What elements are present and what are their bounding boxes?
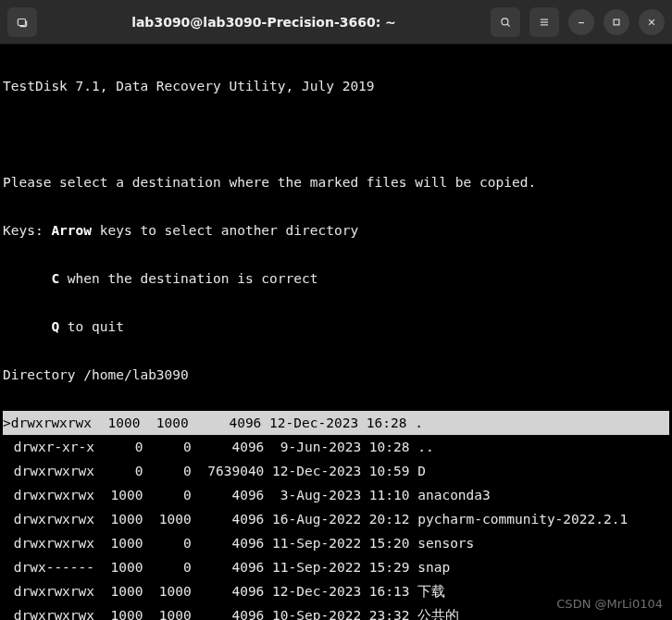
window-title: lab3090@lab3090-Precision-3660: ~ [43,10,485,34]
file-row[interactable]: drwxrwxrwx 0 0 7639040 12-Dec-2023 10:59… [3,459,669,483]
keys-arrow-line: Keys: Arrow keys to select another direc… [3,218,669,242]
file-row[interactable]: drwx------ 1000 0 4096 11-Sep-2022 15:29… [3,555,669,579]
svg-point-1 [502,18,508,24]
close-button[interactable] [639,9,665,35]
svg-rect-0 [18,19,25,25]
svg-line-2 [507,24,510,27]
file-listing: >drwxrwxrwx 1000 1000 4096 12-Dec-2023 1… [3,411,669,620]
app-version-line: TestDisk 7.1, Data Recovery Utility, Jul… [3,74,669,98]
file-row[interactable]: drwxr-xr-x 0 0 4096 9-Jun-2023 10:28 .. [3,435,669,459]
arrow-key: Arrow [51,223,92,238]
keys-q-line: Q to quit [3,315,669,339]
minimize-button[interactable] [568,9,594,35]
search-button[interactable] [491,7,520,37]
prompt-line: Please select a destination where the ma… [3,170,669,194]
terminal-content[interactable]: TestDisk 7.1, Data Recovery Utility, Jul… [0,44,672,620]
q-key: Q [51,319,59,334]
maximize-button[interactable] [604,9,629,35]
watermark: CSDN @MrLi0104 [556,592,663,616]
file-row[interactable]: drwxrwxrwx 1000 1000 4096 16-Aug-2022 20… [3,507,669,531]
new-tab-button[interactable] [7,7,37,37]
svg-rect-7 [614,19,619,25]
file-row[interactable]: drwxrwxrwx 1000 0 4096 3-Aug-2023 11:10 … [3,483,669,507]
directory-line: Directory /home/lab3090 [3,363,669,387]
blank-line [3,122,669,146]
file-row[interactable]: drwxrwxrwx 1000 0 4096 11-Sep-2022 15:20… [3,531,669,555]
file-row[interactable]: >drwxrwxrwx 1000 1000 4096 12-Dec-2023 1… [3,411,669,435]
menu-button[interactable] [529,7,559,37]
window-titlebar: lab3090@lab3090-Precision-3660: ~ [0,0,672,44]
c-key: C [51,271,59,286]
keys-c-line: C when the destination is correct [3,267,669,291]
